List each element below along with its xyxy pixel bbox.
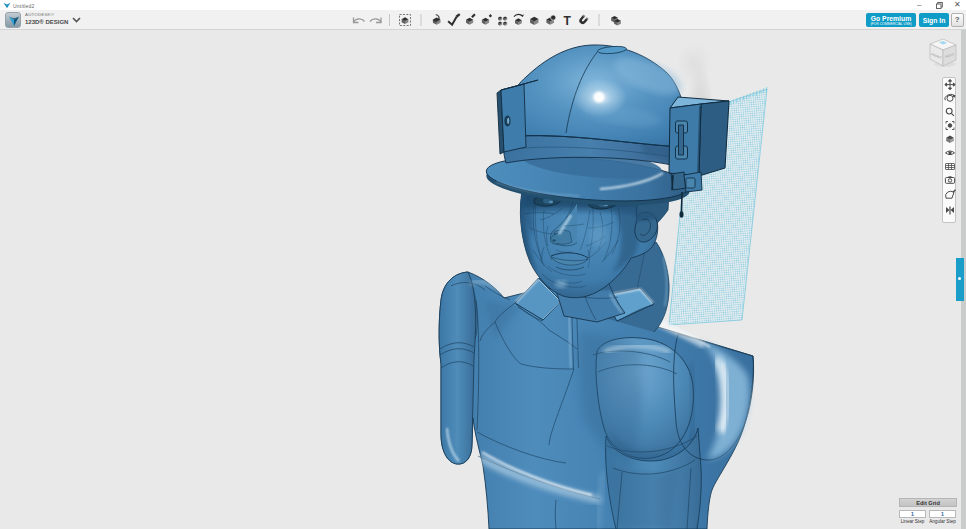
svg-text:T: T	[564, 14, 572, 27]
